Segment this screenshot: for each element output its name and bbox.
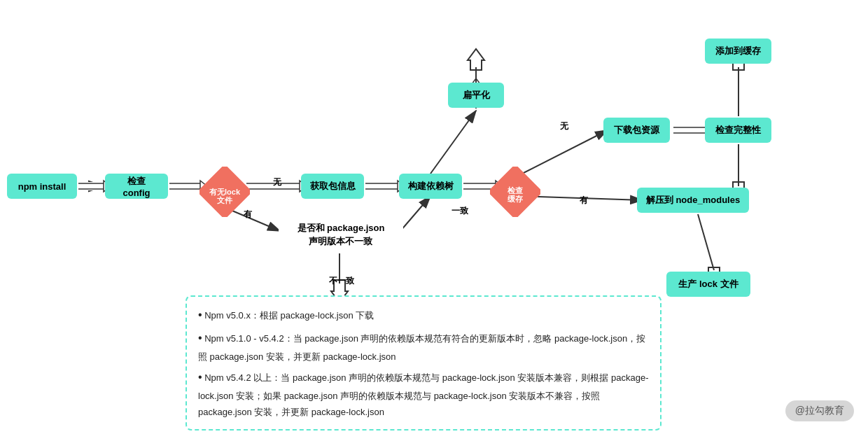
flatten-node: 扁平化 [448, 83, 504, 108]
version-check-node: 是否和 package.json声明版本不一致 [279, 216, 403, 253]
no-label-2: 无 [560, 120, 568, 132]
svg-rect-15 [365, 182, 398, 190]
svg-line-38 [698, 214, 714, 270]
check-cache-diamond: 检查 缓存 [490, 167, 540, 217]
add-to-cache-node: 添加到缓存 [705, 38, 771, 64]
svg-rect-7 [169, 182, 203, 190]
consistent-label: 一致 [451, 205, 468, 217]
svg-text:缓存: 缓存 [507, 195, 523, 203]
svg-text:有无lock: 有无lock [209, 188, 241, 196]
inconsistent-label: 不一致 [329, 275, 354, 287]
npm-install-node: npm install [7, 174, 77, 199]
yes-label-2: 有 [580, 195, 588, 206]
check-config-node: 检查 config [105, 174, 168, 199]
download-res-node: 下载包资源 [603, 118, 670, 143]
lock-file-diamond: 有无lock 文件 [200, 167, 250, 217]
svg-marker-27 [468, 49, 484, 70]
check-integrity-node: 检查完整性 [705, 118, 771, 143]
yes-label-1: 有 [244, 209, 252, 220]
build-dep-tree-node: 构建依赖树 [399, 174, 462, 199]
svg-text:文件: 文件 [217, 196, 233, 204]
svg-rect-3 [78, 182, 104, 190]
gen-lock-node: 生产 lock 文件 [666, 272, 750, 297]
svg-text:检查: 检查 [507, 186, 523, 195]
info-item-3: • Npm v5.4.2 以上：当 package.json 声明的依赖版本规范… [198, 368, 649, 421]
info-item-2: • Npm v5.1.0 - v5.4.2：当 package.json 声明的… [198, 328, 649, 365]
get-pkg-info-node: 获取包信息 [301, 174, 364, 199]
extract-modules-node: 解压到 node_modules [637, 188, 749, 213]
svg-rect-29 [673, 126, 706, 134]
svg-line-23 [430, 111, 476, 174]
watermark: @拉勾教育 [785, 400, 854, 421]
diagram: npm install 检查 config 有无lock 文件 获取包信息 构建… [0, 0, 868, 434]
no-label-1: 无 [273, 176, 281, 188]
svg-line-41 [400, 196, 430, 231]
info-box: • Npm v5.0.x：根据 package-lock.json 下载 • N… [186, 295, 662, 430]
info-item-1: • Npm v5.0.x：根据 package-lock.json 下载 [198, 305, 649, 326]
